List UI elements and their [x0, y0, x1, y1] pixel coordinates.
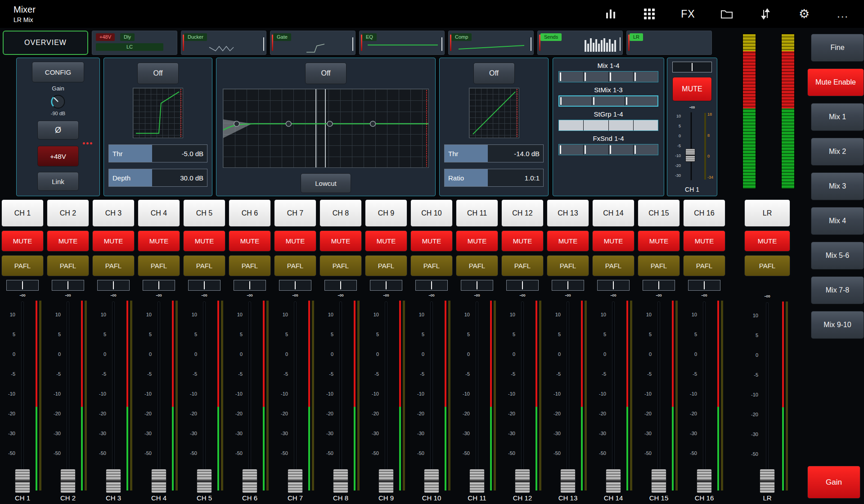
pan-slider[interactable]	[6, 280, 39, 291]
channel-select-button[interactable]: CH 6	[229, 199, 271, 227]
selected-fader[interactable]: 1050-5-10-20-30 1880-34	[667, 110, 717, 184]
channel-fader[interactable]: 1050-5-10-20-30-50	[274, 300, 317, 494]
lr-mute-button[interactable]: MUTE	[744, 230, 790, 252]
config-button[interactable]: CONFIG	[32, 62, 84, 82]
channel-select-button[interactable]: CH 16	[683, 199, 725, 227]
channel-fader[interactable]: 1050-5-10-20-30-50	[637, 300, 680, 494]
pafl-button[interactable]: PAFL	[274, 255, 316, 276]
fader-handle[interactable]	[197, 469, 212, 493]
folder-icon[interactable]	[719, 6, 734, 22]
mute-button[interactable]: MUTE	[320, 230, 362, 252]
channel-fader[interactable]: 1050-5-10-20-30-50	[228, 300, 271, 494]
channel-select-button[interactable]: CH 9	[365, 199, 407, 227]
mute-button[interactable]: MUTE	[138, 230, 180, 252]
more-icon[interactable]: ...	[835, 6, 850, 22]
comp-state-button[interactable]: Off	[473, 63, 515, 84]
tab-lr[interactable]: LR	[626, 31, 712, 55]
pan-slider[interactable]	[143, 280, 175, 291]
channel-select-button[interactable]: CH 12	[501, 199, 544, 227]
lr-select-button[interactable]: LR	[744, 199, 790, 227]
pan-slider[interactable]	[97, 280, 130, 291]
pafl-button[interactable]: PAFL	[501, 255, 544, 276]
channel-fader[interactable]: 1050-5-10-20-30-50	[546, 300, 590, 494]
comp-ratio-row[interactable]: Ratio 1.0:1	[444, 169, 544, 187]
fader-handle[interactable]	[242, 469, 257, 493]
pafl-button[interactable]: PAFL	[410, 255, 453, 276]
selected-mute-button[interactable]: MUTE	[672, 77, 712, 101]
channel-select-button[interactable]: CH 7	[274, 199, 316, 227]
mute-button[interactable]: MUTE	[410, 230, 453, 252]
channel-fader[interactable]: 1050-5-10-20-30-50	[319, 300, 362, 494]
pafl-button[interactable]: PAFL	[456, 255, 498, 276]
fader-handle[interactable]	[651, 469, 666, 493]
pafl-button[interactable]: PAFL	[592, 255, 634, 276]
mute-button[interactable]: MUTE	[501, 230, 544, 252]
pan-slider[interactable]	[688, 280, 720, 291]
pafl-button[interactable]: PAFL	[47, 255, 89, 276]
pan-slider[interactable]	[643, 280, 675, 291]
lr-fader[interactable]: 1050-5-10-20-30-50	[744, 301, 791, 494]
mix-9-10-button[interactable]: Mix 9-10	[811, 311, 864, 339]
fader-handle[interactable]	[560, 469, 576, 493]
mute-button[interactable]: MUTE	[547, 230, 589, 252]
eq-state-button[interactable]: Off	[305, 63, 346, 84]
pafl-button[interactable]: PAFL	[138, 255, 180, 276]
fader-handle[interactable]	[288, 469, 303, 493]
comp-threshold-row[interactable]: Thr -14.0 dB	[444, 144, 544, 162]
fader-handle[interactable]	[469, 469, 485, 493]
selected-pan-slider[interactable]	[672, 62, 712, 72]
channel-fader[interactable]: 1050-5-10-20-30-50	[137, 300, 180, 494]
channel-select-button[interactable]: CH 4	[138, 199, 180, 227]
tab-comp[interactable]: Comp	[448, 31, 534, 55]
mix-4-button[interactable]: Mix 4	[811, 207, 864, 235]
pafl-button[interactable]: PAFL	[320, 255, 362, 276]
tab-eq[interactable]: EQ	[359, 31, 445, 55]
fader-handle[interactable]	[15, 469, 30, 493]
fader-handle[interactable]	[515, 469, 530, 493]
channel-fader[interactable]: 1050-5-10-20-30-50	[183, 300, 226, 494]
channel-select-button[interactable]: CH 13	[547, 199, 589, 227]
lr-pafl-button[interactable]: PAFL	[744, 255, 790, 276]
gate-depth-row[interactable]: Depth 30.0 dB	[108, 169, 207, 187]
channel-select-button[interactable]: CH 3	[92, 199, 135, 227]
pan-slider[interactable]	[461, 280, 493, 291]
pan-slider[interactable]	[370, 280, 402, 291]
gain-knob[interactable]	[17, 93, 99, 111]
channel-fader[interactable]: 1050-5-10-20-30-50	[1, 300, 44, 494]
meters-icon[interactable]	[603, 6, 618, 22]
mix-1-button[interactable]: Mix 1	[811, 103, 864, 131]
mute-button[interactable]: MUTE	[92, 230, 135, 252]
gate-threshold-row[interactable]: Thr -5.0 dB	[108, 144, 207, 162]
fader-handle[interactable]	[60, 469, 76, 493]
pafl-button[interactable]: PAFL	[547, 255, 589, 276]
fine-button[interactable]: Fine	[811, 34, 864, 62]
pan-slider[interactable]	[234, 280, 266, 291]
fader-handle[interactable]	[606, 469, 621, 493]
routing-icon[interactable]	[758, 6, 773, 22]
channel-select-button[interactable]: CH 5	[183, 199, 225, 227]
mute-button[interactable]: MUTE	[1, 230, 44, 252]
channel-fader[interactable]: 1050-5-10-20-30-50	[592, 300, 635, 494]
mute-button[interactable]: MUTE	[229, 230, 271, 252]
pan-slider[interactable]	[188, 280, 220, 291]
lr-fader-handle[interactable]	[760, 469, 775, 493]
mix-7-8-button[interactable]: Mix 7-8	[811, 276, 864, 304]
mute-button[interactable]: MUTE	[183, 230, 225, 252]
mute-button[interactable]: MUTE	[638, 230, 680, 252]
pafl-button[interactable]: PAFL	[183, 255, 225, 276]
channel-select-button[interactable]: CH 15	[638, 199, 680, 227]
channel-select-button[interactable]: CH 1	[1, 199, 44, 227]
sends-mini-faders-mix[interactable]	[558, 71, 658, 82]
tab-gate[interactable]: Gate	[270, 31, 356, 55]
mix-5-6-button[interactable]: Mix 5-6	[811, 242, 864, 270]
tab-ducker[interactable]: Ducker	[181, 31, 266, 55]
tab-config[interactable]: +48V Dly LC	[92, 31, 177, 55]
pafl-button[interactable]: PAFL	[365, 255, 407, 276]
channel-fader[interactable]: 1050-5-10-20-30-50	[501, 300, 544, 494]
pafl-button[interactable]: PAFL	[683, 255, 725, 276]
sends-mini-faders-stgrp[interactable]	[558, 120, 658, 131]
mute-button[interactable]: MUTE	[592, 230, 634, 252]
current-layer[interactable]: LR Mix	[14, 16, 36, 23]
channel-select-button[interactable]: CH 10	[410, 199, 453, 227]
mute-enable-button[interactable]: Mute Enable	[807, 68, 864, 96]
